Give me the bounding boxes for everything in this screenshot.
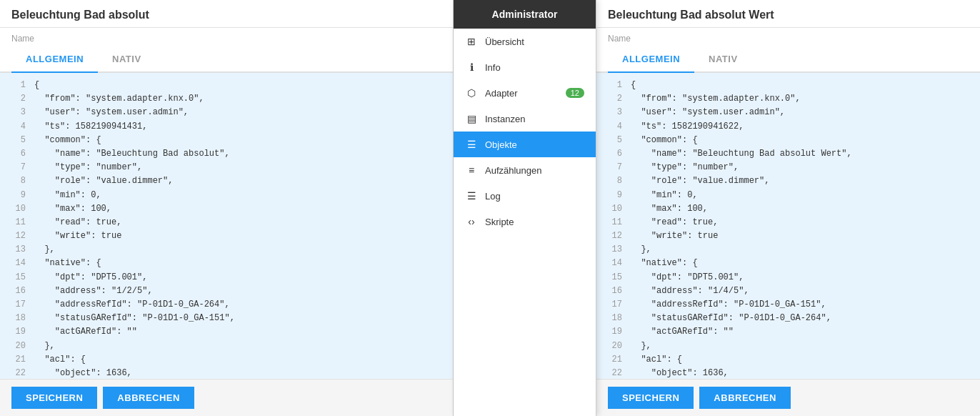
left-panel: Beleuchtung Bad absolut Name ALLGEMEIN N… <box>0 0 454 416</box>
line-content: "max": 100, <box>34 202 111 216</box>
code-line: 12 "write": true <box>0 229 453 243</box>
line-number: 5 <box>602 134 622 147</box>
line-number: 15 <box>6 271 26 284</box>
code-line: 6 "name": "Beleuchtung Bad absolut", <box>0 147 453 161</box>
left-code-area: 1{2 "from": "system.adapter.knx.0",3 "us… <box>0 73 453 379</box>
menu-item-log[interactable]: ☰Log <box>454 183 596 209</box>
line-content: "native": { <box>631 257 698 270</box>
right-cancel-button[interactable]: ABBRECHEN <box>699 387 791 409</box>
line-number: 14 <box>602 257 622 270</box>
left-tab-allgemein[interactable]: ALLGEMEIN <box>11 46 98 73</box>
line-number: 6 <box>6 147 26 161</box>
code-line: 6 "name": "Beleuchtung Bad absolut Wert"… <box>596 147 980 161</box>
code-line: 14 "native": { <box>596 257 980 270</box>
line-number: 17 <box>6 298 26 312</box>
line-content: "actGARefId": "" <box>34 325 137 339</box>
line-number: 9 <box>602 189 622 202</box>
left-tab-nativ[interactable]: NATIV <box>98 46 156 71</box>
menu-item-info[interactable]: ℹInfo <box>454 54 596 80</box>
right-panel: Beleuchtung Bad absolut Wert Name ALLGEM… <box>596 0 980 416</box>
line-content: "address": "1/2/5", <box>34 284 153 298</box>
code-line: 11 "read": true, <box>596 216 980 229</box>
line-content: "max": 100, <box>631 202 708 216</box>
line-number: 22 <box>602 367 622 379</box>
log-icon: ☰ <box>465 190 478 202</box>
code-line: 13 }, <box>0 243 453 257</box>
line-content: "statusGARefId": "P-01D1-0_GA-151", <box>34 312 235 325</box>
code-line: 7 "type": "number", <box>596 161 980 174</box>
code-line: 5 "common": { <box>0 134 453 147</box>
menu-item-label: Info <box>485 62 501 73</box>
code-line: 15 "dpt": "DPT5.001", <box>596 271 980 284</box>
left-panel-footer: SPEICHERN ABBRECHEN <box>0 379 453 416</box>
line-content: "type": "number", <box>631 161 739 174</box>
code-line: 3 "user": "system.user.admin", <box>0 106 453 119</box>
right-tab-allgemein[interactable]: ALLGEMEIN <box>608 46 694 73</box>
line-number: 15 <box>602 271 622 284</box>
line-content: "type": "number", <box>34 161 142 174</box>
line-content: "addressRefId": "P-01D1-0_GA-264", <box>34 298 230 312</box>
line-content: "dpt": "DPT5.001", <box>34 271 147 284</box>
line-number: 1 <box>602 79 622 92</box>
code-line: 9 "min": 0, <box>0 189 453 202</box>
line-number: 20 <box>6 340 26 353</box>
menu-item-instanzen[interactable]: ▤Instanzen <box>454 106 596 132</box>
line-number: 7 <box>602 161 622 174</box>
right-save-button[interactable]: SPEICHERN <box>608 387 694 409</box>
code-line: 7 "type": "number", <box>0 161 453 174</box>
menu-item-bersicht[interactable]: ⊞Übersicht <box>454 29 596 54</box>
menu-items-container: ⊞ÜbersichtℹInfo⬡Adapter12▤Instanzen☰Obje… <box>454 29 596 234</box>
line-content: "object": 1636, <box>34 367 132 379</box>
code-line: 5 "common": { <box>596 134 980 147</box>
line-number: 11 <box>6 216 26 229</box>
code-line: 8 "role": "value.dimmer", <box>0 174 453 188</box>
menu-item-adapter[interactable]: ⬡Adapter12 <box>454 80 596 106</box>
menu-header: Administrator <box>454 0 596 29</box>
line-number: 10 <box>6 202 26 216</box>
code-line: 21 "acl": { <box>596 353 980 367</box>
line-content: "min": 0, <box>631 189 698 202</box>
line-content: "common": { <box>34 134 101 147</box>
line-content: "read": true, <box>34 216 121 229</box>
menu-item-skripte[interactable]: ‹›Skripte <box>454 209 596 234</box>
line-number: 19 <box>6 325 26 339</box>
line-content: { <box>631 79 636 92</box>
code-line: 8 "role": "value.dimmer", <box>596 174 980 188</box>
code-line: 2 "from": "system.adapter.knx.0", <box>0 92 453 106</box>
code-line: 18 "statusGARefId": "P-01D1-0_GA-151", <box>0 312 453 325</box>
menu-item-aufzhlungen[interactable]: ≡Aufzählungen <box>454 157 596 183</box>
line-number: 3 <box>602 106 622 119</box>
code-line: 16 "address": "1/2/5", <box>0 284 453 298</box>
code-line: 22 "object": 1636, <box>596 367 980 379</box>
left-cancel-button[interactable]: ABBRECHEN <box>103 387 194 409</box>
adapter-badge: 12 <box>566 88 584 98</box>
line-number: 9 <box>6 189 26 202</box>
menu-item-objekte[interactable]: ☰Objekte <box>454 132 596 157</box>
line-content: "actGARefId": "" <box>631 325 734 339</box>
info-icon: ℹ <box>465 61 478 73</box>
code-line: 20 }, <box>0 340 453 353</box>
left-panel-title: Beleuchtung Bad absolut <box>0 0 453 28</box>
line-content: "user": "system.user.admin", <box>631 106 785 119</box>
menu-item-label: Log <box>485 191 501 202</box>
right-tab-nativ[interactable]: NATIV <box>694 46 752 71</box>
code-line: 2 "from": "system.adapter.knx.0", <box>596 92 980 106</box>
instances-icon: ▤ <box>465 113 478 124</box>
line-number: 10 <box>602 202 622 216</box>
line-content: "write": true <box>631 229 718 243</box>
code-line: 22 "object": 1636, <box>0 367 453 379</box>
line-number: 12 <box>602 229 622 243</box>
line-content: }, <box>631 243 651 257</box>
line-content: "common": { <box>631 134 698 147</box>
line-number: 18 <box>602 312 622 325</box>
menu-item-label: Instanzen <box>485 114 525 124</box>
line-content: "from": "system.adapter.knx.0", <box>34 92 204 106</box>
line-number: 5 <box>6 134 26 147</box>
line-content: "write": true <box>34 229 121 243</box>
menu-item-label: Skripte <box>485 217 514 227</box>
menu-item-label: Adapter <box>485 88 518 99</box>
code-line: 13 }, <box>596 243 980 257</box>
left-save-button[interactable]: SPEICHERN <box>11 387 97 409</box>
line-content: "native": { <box>34 257 101 270</box>
line-number: 20 <box>602 340 622 353</box>
